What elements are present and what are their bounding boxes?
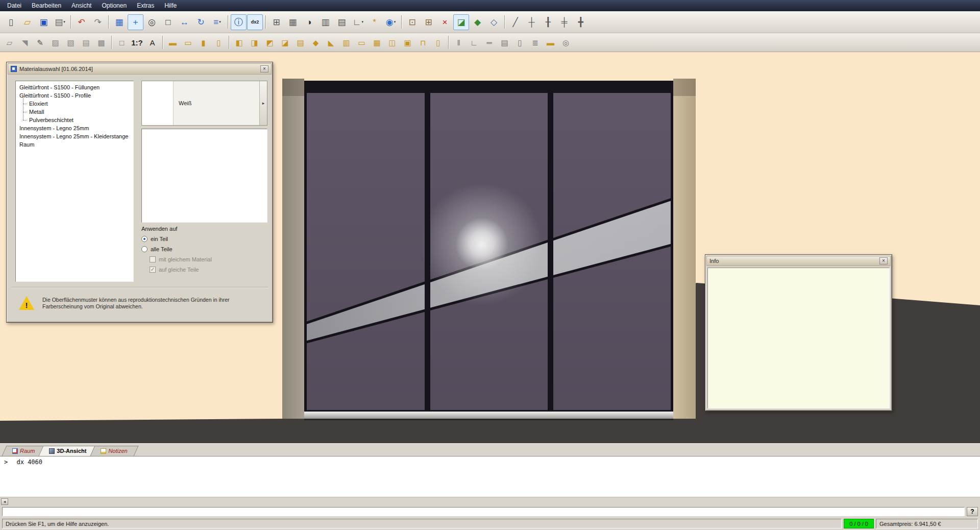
clothes-rail-button[interactable]: ‖ xyxy=(451,36,466,50)
wardrobe-sliding-doors[interactable] xyxy=(304,88,673,412)
sliding-door-button[interactable]: ◪ xyxy=(278,36,292,50)
perspective-view-button[interactable]: ◑ xyxy=(301,14,317,30)
tab-raum[interactable]: Raum xyxy=(4,446,44,456)
shelf-board-button[interactable]: ▭ xyxy=(181,36,195,50)
text-tool-button[interactable]: A xyxy=(145,36,160,50)
material-selector-row[interactable]: Weiß ▸ xyxy=(141,81,267,126)
mirror-door-button[interactable]: ▯ xyxy=(512,36,527,50)
base-cabinet-button[interactable]: ◧ xyxy=(232,36,247,50)
camera-button[interactable]: ◉▾ xyxy=(383,14,399,30)
section-view-button[interactable]: ▥ xyxy=(317,14,333,30)
tab-notizen[interactable]: Notizen xyxy=(92,446,136,456)
drawer-stack-button[interactable]: ▦ xyxy=(370,36,384,50)
tree-item-pulverbeschichtet[interactable]: Pulverbeschichtet xyxy=(17,116,132,124)
select-move-button[interactable]: + xyxy=(128,14,143,30)
menu-extras[interactable]: Extras xyxy=(132,1,159,11)
drawer-button[interactable]: ▭ xyxy=(354,36,369,50)
menu-optionen[interactable]: Optionen xyxy=(96,1,132,11)
interior-shelf-button[interactable]: ▣ xyxy=(400,36,415,50)
panel-stack-button[interactable]: ≣ xyxy=(528,36,543,50)
radio-one-part[interactable] xyxy=(141,236,148,242)
insert-object-button[interactable]: ⊡ xyxy=(404,14,420,30)
clothes-lift-button[interactable]: ⊓ xyxy=(415,36,430,50)
rotate-view-button[interactable]: ↻ xyxy=(193,14,209,30)
tree-item-eloxiert[interactable]: Eloxiert xyxy=(17,100,132,108)
check-row-same-material[interactable]: mit gleichem Material xyxy=(150,256,267,262)
group-objects-button[interactable]: ⊞ xyxy=(421,14,436,30)
menu-bearbeiten[interactable]: Bearbeiten xyxy=(27,1,66,11)
roof-plane-button[interactable]: ◥ xyxy=(17,36,32,50)
open-folder-button[interactable]: ▱ xyxy=(19,14,35,30)
wall-tool-button[interactable]: ∟▾ xyxy=(350,14,366,30)
shaded-view-button[interactable]: ◇ xyxy=(486,14,502,30)
pan-button[interactable]: ↔ xyxy=(177,14,192,30)
magic-wand-button[interactable]: * xyxy=(366,14,382,30)
scroll-left-button[interactable]: ◂ xyxy=(1,498,8,505)
wardrobe-bottom-rail[interactable] xyxy=(304,412,673,419)
radio-row-one-part[interactable]: ein Teil xyxy=(141,236,267,242)
help-button[interactable]: ? xyxy=(967,507,978,516)
plotter-button[interactable]: ▤ xyxy=(497,36,512,50)
wardrobe-right-side-panel[interactable] xyxy=(673,79,696,419)
dim-auto-button[interactable]: ╋ xyxy=(573,14,589,30)
partition-button[interactable]: ▥ xyxy=(339,36,354,50)
profile-rail-button[interactable]: ═ xyxy=(482,36,497,50)
grid-view-button[interactable]: ▦ xyxy=(285,14,301,30)
radio-all-parts[interactable] xyxy=(141,246,148,252)
command-output[interactable]: > dx 4060 xyxy=(0,456,980,497)
new-document-button[interactable]: ▯ xyxy=(3,14,19,30)
dimensions-toggle-button[interactable]: dx2 xyxy=(247,14,263,30)
radio-row-all-parts[interactable]: alle Teile xyxy=(141,246,267,252)
paper-roll-button[interactable]: ◎ xyxy=(558,36,573,50)
floor-plane-button[interactable]: ▱ xyxy=(2,36,17,50)
save-button[interactable]: ▣ xyxy=(36,14,52,30)
corner-unit-button[interactable]: ◆ xyxy=(308,36,323,50)
checkbox-same-parts[interactable]: ✓ xyxy=(150,267,156,273)
zoom-button[interactable]: ◎ xyxy=(144,14,160,30)
hatch-cross-button[interactable]: ▩ xyxy=(94,36,109,50)
camera-dropdown-arrow-icon[interactable]: ▾ xyxy=(394,20,396,24)
tab-3d-ansicht[interactable]: 3D-Ansicht xyxy=(41,446,95,456)
chest-button[interactable]: ◫ xyxy=(385,36,400,50)
print-dropdown-arrow-icon[interactable]: ▾ xyxy=(63,20,65,24)
hinged-door-button[interactable]: ◩ xyxy=(262,36,277,50)
material-dialog-titlebar[interactable]: Materialauswahl [01.06.2014] × xyxy=(8,63,272,75)
corner-measure-button[interactable]: ∟ xyxy=(467,36,481,50)
undo-button[interactable]: ↶ xyxy=(74,14,89,30)
delete-object-button[interactable]: × xyxy=(437,14,453,30)
info-window-titlebar[interactable]: Info × xyxy=(706,256,891,266)
menu-ansicht[interactable]: Ansicht xyxy=(66,1,96,11)
tall-cabinet-button[interactable]: ▯ xyxy=(211,36,226,50)
texture-render-button[interactable]: ◪ xyxy=(453,14,469,30)
material-swatch[interactable] xyxy=(142,81,174,125)
wall-tool-dropdown-arrow-icon[interactable]: ▾ xyxy=(362,20,364,24)
hatch-light-button[interactable]: ▨ xyxy=(48,36,63,50)
hatch-lines-button[interactable]: ▤ xyxy=(79,36,93,50)
tree-item-metall[interactable]: Metall xyxy=(17,108,132,116)
wardrobe-front-button[interactable]: ▯ xyxy=(431,36,446,50)
menu-datei[interactable]: Datei xyxy=(2,1,27,11)
wall-cabinet-button[interactable]: ◨ xyxy=(247,36,262,50)
print-button[interactable]: ▤▾ xyxy=(52,14,68,30)
hatch-dense-button[interactable]: ▧ xyxy=(63,36,78,50)
material-next-button[interactable]: ▸ xyxy=(259,81,267,125)
tree-item-raum[interactable]: Raum xyxy=(17,140,132,149)
snap-cross-button[interactable]: ┼ xyxy=(524,14,540,30)
tree-item-innensystem-legno-25mm-kleiderstange[interactable]: Innensystem - Legno 25mm - Kleiderstange xyxy=(17,132,132,140)
tree-item-gleitturfront-s1500-fullungen[interactable]: Gleittürfront - S1500 - Füllungen xyxy=(17,83,132,91)
elevation-view-button[interactable]: ▤ xyxy=(334,14,350,30)
catalog-button[interactable]: ▬ xyxy=(543,36,558,50)
info-mode-button[interactable]: ⓘ xyxy=(231,14,247,30)
material-dialog-close-button[interactable]: × xyxy=(260,65,268,73)
zoom-window-button[interactable]: □ xyxy=(160,14,176,30)
pencil-button[interactable]: ✎ xyxy=(33,36,47,50)
parts-table-button[interactable]: ⊞ xyxy=(268,14,284,30)
scale-ratio-button[interactable]: 1:? xyxy=(130,36,144,50)
measure-button[interactable]: ╱ xyxy=(507,14,523,30)
command-input[interactable] xyxy=(2,507,965,516)
wardrobe-top-rail[interactable] xyxy=(304,81,673,93)
select-region-button[interactable]: □ xyxy=(114,36,129,50)
plinth-element-button[interactable]: ▬ xyxy=(165,36,180,50)
layers-button[interactable]: ≡▾ xyxy=(209,14,225,30)
shelf-unit-button[interactable]: ▤ xyxy=(293,36,308,50)
